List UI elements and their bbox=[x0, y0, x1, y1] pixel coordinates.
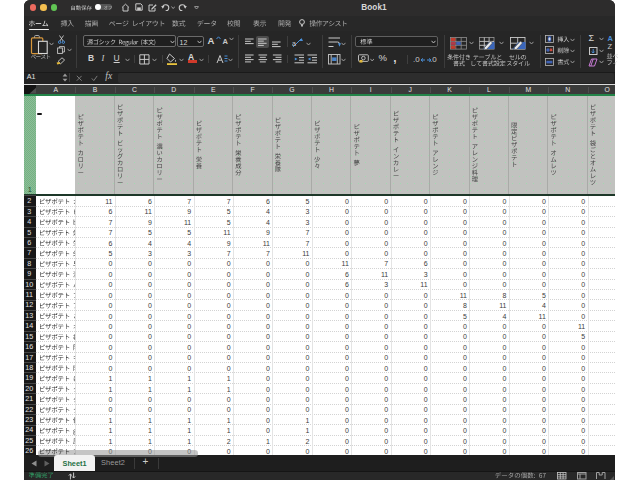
svg-text:a: a bbox=[292, 40, 296, 47]
svg-text:.0: .0 bbox=[413, 55, 420, 64]
